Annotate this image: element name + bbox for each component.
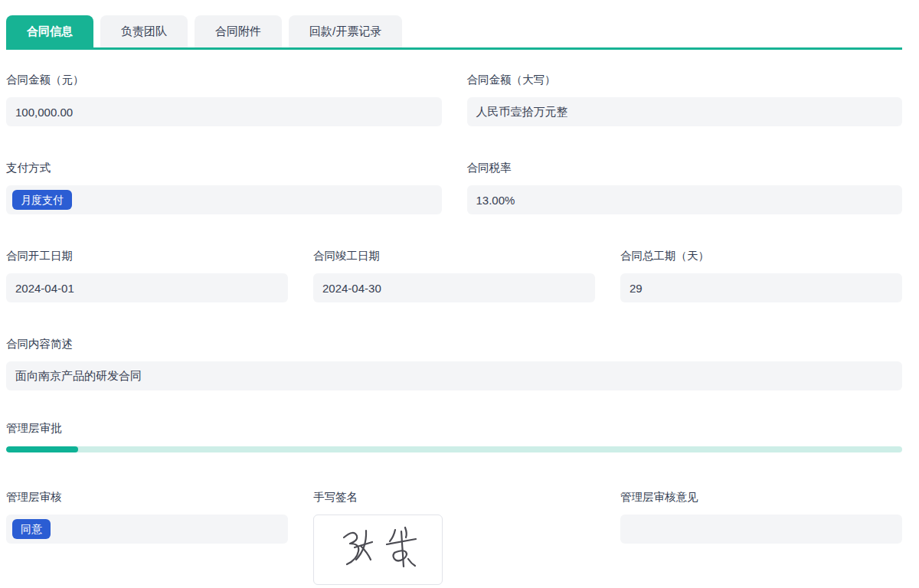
duration-value: 29 [620,273,902,302]
tax-rate-value: 13.00% [467,185,903,214]
field-label: 合同税率 [467,161,903,175]
field-tax-rate: 合同税率 13.00% [467,161,903,214]
payment-method-box: 月度支付 [6,185,442,214]
end-date-value: 2024-04-30 [313,273,595,302]
field-label: 合同内容简述 [6,337,902,351]
tab-contract-info[interactable]: 合同信息 [6,15,93,47]
management-review-box: 同意 [6,514,288,544]
row-review: 管理层审核 同意 手写签名 [6,490,902,585]
signature-box [313,514,443,585]
field-label: 合同竣工日期 [313,249,595,263]
payment-method-badge: 月度支付 [12,190,72,210]
field-start-date: 合同开工日期 2024-04-01 [6,249,288,302]
review-opinion-value [620,514,902,544]
field-label: 合同总工期（天） [620,249,902,263]
field-label: 手写签名 [313,490,595,505]
row-summary: 合同内容简述 面向南京产品的研发合同 [6,337,902,390]
summary-value: 面向南京产品的研发合同 [6,361,902,390]
contract-amount-value: 100,000.00 [6,97,442,126]
approval-progress-fill [6,446,78,452]
field-duration: 合同总工期（天） 29 [620,249,902,302]
start-date-value: 2024-04-01 [6,273,288,302]
field-label: 管理层审核意见 [620,490,902,505]
review-result-badge: 同意 [12,519,51,539]
field-management-review: 管理层审核 同意 [6,490,288,585]
field-label: 合同金额（大写） [467,73,903,87]
tab-contract-attachments[interactable]: 合同附件 [195,15,282,47]
row-amount: 合同金额（元） 100,000.00 合同金额（大写） 人民币壹拾万元整 [6,73,902,126]
signature-image [321,521,436,579]
tab-responsible-team[interactable]: 负责团队 [100,15,188,47]
contract-detail-page: 合同信息 负责团队 合同附件 回款/开票记录 合同金额（元） 100,000.0… [0,0,919,585]
tab-bar: 合同信息 负责团队 合同附件 回款/开票记录 [6,15,902,50]
field-summary: 合同内容简述 面向南京产品的研发合同 [6,337,902,390]
field-label: 合同金额（元） [6,73,442,87]
row-payment: 支付方式 月度支付 合同税率 13.00% [6,161,902,214]
tab-payment-invoice-records[interactable]: 回款/开票记录 [289,15,402,47]
field-label: 管理层审核 [6,490,288,505]
field-contract-amount: 合同金额（元） 100,000.00 [6,73,442,126]
field-contract-amount-caps: 合同金额（大写） 人民币壹拾万元整 [467,73,903,126]
contract-amount-caps-value: 人民币壹拾万元整 [467,97,903,126]
field-handwritten-signature: 手写签名 [313,490,595,585]
field-label: 合同开工日期 [6,249,288,263]
field-end-date: 合同竣工日期 2024-04-30 [313,249,595,302]
field-payment-method: 支付方式 月度支付 [6,161,442,214]
field-label: 支付方式 [6,161,442,175]
section-title-management-approval: 管理层审批 [6,421,902,436]
approval-progress-track [6,446,902,452]
field-review-opinion: 管理层审核意见 [620,490,902,585]
row-dates: 合同开工日期 2024-04-01 合同竣工日期 2024-04-30 合同总工… [6,249,902,302]
